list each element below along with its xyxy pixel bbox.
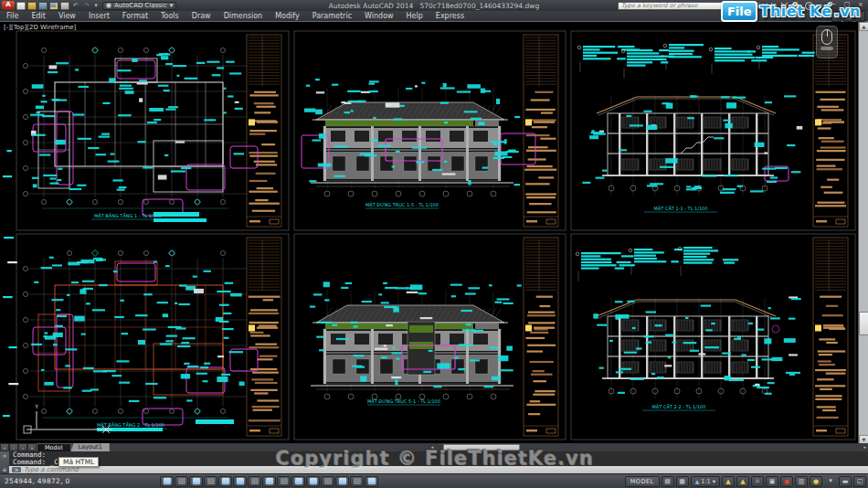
horizontal-scroll-thumb[interactable] bbox=[443, 444, 520, 451]
tb-bar bbox=[249, 94, 278, 96]
workspace-combo[interactable]: AutoCAD Classic ▾ bbox=[102, 2, 176, 10]
sheet-caption: MẶT CẮT 2-2 - TL 1/100 bbox=[652, 403, 706, 409]
save-as-icon[interactable] bbox=[49, 2, 58, 10]
annotation-autoscale-icon[interactable]: ▲ bbox=[736, 476, 749, 487]
undo-icon[interactable]: ↶ bbox=[71, 2, 80, 10]
menu-item-format[interactable]: Format bbox=[116, 11, 154, 21]
menu-item-help[interactable]: Help bbox=[400, 11, 429, 21]
isolate-objects-icon[interactable]: ● bbox=[810, 476, 822, 487]
workspace-dropdown-icon[interactable]: ▾ bbox=[170, 2, 174, 9]
toolbar-lock-icon[interactable]: ▣ bbox=[766, 476, 778, 487]
toggle-ducs[interactable] bbox=[277, 476, 291, 487]
toggle-infer-constraints[interactable] bbox=[160, 476, 174, 487]
dim-mark bbox=[165, 265, 170, 267]
first-tab-button[interactable]: « bbox=[0, 443, 9, 451]
toggle-quick-properties[interactable] bbox=[335, 476, 349, 487]
annotation-scale-control[interactable]: ▲ 1:1 ▾ bbox=[691, 476, 720, 487]
note-row bbox=[581, 255, 600, 257]
menu-item-view[interactable]: View bbox=[52, 11, 82, 21]
toggle-otrack[interactable] bbox=[262, 476, 276, 487]
quick-view-drawings-icon[interactable]: ▦ bbox=[676, 476, 689, 487]
menu-item-edit[interactable]: Edit bbox=[25, 11, 52, 21]
drawing-canvas[interactable]: [-][Top][2D Wireframe] MẶT BẰNG TẦNG 1 -… bbox=[0, 21, 868, 443]
window bbox=[404, 156, 417, 171]
menu-item-window[interactable]: Window bbox=[358, 11, 400, 21]
minimize-strip-icon[interactable]: ▬ bbox=[839, 476, 852, 487]
toggle-grid[interactable] bbox=[189, 476, 203, 487]
menu-item-parametric[interactable]: Parametric bbox=[306, 11, 358, 21]
annotation-scale-caret-icon: ▾ bbox=[713, 478, 715, 485]
tb-logo bbox=[249, 324, 255, 331]
tb-bar bbox=[817, 106, 839, 108]
images-icon[interactable]: ▥ bbox=[795, 476, 808, 487]
toggle-selection-cycling[interactable] bbox=[350, 476, 364, 487]
plot-icon[interactable] bbox=[60, 2, 69, 10]
command-customize-icon[interactable]: ≡ bbox=[2, 466, 6, 472]
menu-item-dimension[interactable]: Dimension bbox=[217, 11, 270, 21]
toggle-polar[interactable] bbox=[218, 476, 232, 487]
save-icon[interactable] bbox=[38, 2, 48, 10]
search-input[interactable] bbox=[618, 2, 725, 10]
dim-mark bbox=[664, 365, 672, 366]
tb-bar bbox=[826, 305, 838, 307]
dim-mark bbox=[92, 309, 105, 311]
menu-item-modify[interactable]: Modify bbox=[269, 11, 306, 21]
dim-mark bbox=[186, 399, 192, 401]
menu-item-express[interactable]: Express bbox=[429, 11, 471, 21]
menu-item-file[interactable]: File bbox=[0, 11, 25, 21]
performance-ball-icon[interactable]: ● bbox=[780, 476, 793, 487]
dim-mark bbox=[102, 102, 110, 104]
viewport-controls-label[interactable]: [-][Top][2D Wireframe] bbox=[4, 24, 76, 31]
quick-view-layouts-icon[interactable]: ▤ bbox=[662, 476, 674, 487]
toggle-lwt[interactable] bbox=[306, 476, 320, 487]
redo-icon[interactable]: ↷ bbox=[82, 2, 91, 10]
toggle-transparency[interactable] bbox=[321, 476, 334, 487]
command-input[interactable]: > Type a command bbox=[9, 466, 868, 473]
ric-slot-a: ▤▦ bbox=[662, 476, 689, 487]
workspace-gear-icon[interactable]: ☼ bbox=[751, 476, 764, 487]
toggle-ortho[interactable] bbox=[204, 476, 217, 487]
window bbox=[428, 156, 440, 171]
tb-bar bbox=[249, 203, 279, 205]
hscroll-right-arrow[interactable]: ▸ bbox=[863, 444, 866, 451]
toggle-annotation-monitor[interactable] bbox=[365, 476, 378, 487]
open-folder-icon[interactable] bbox=[27, 2, 37, 10]
navigation-bar[interactable] bbox=[816, 26, 838, 58]
vertical-scroll-thumb[interactable] bbox=[859, 312, 868, 335]
dim-mark bbox=[392, 165, 396, 167]
tray-caret-icon[interactable]: ▾ bbox=[824, 476, 837, 487]
menu-item-draw[interactable]: Draw bbox=[185, 11, 217, 21]
horizontal-scrollbar[interactable]: ◂ ▸ bbox=[110, 443, 868, 451]
toggle-osnap[interactable] bbox=[233, 476, 247, 487]
annotation-visibility-icon[interactable]: ▲ bbox=[722, 476, 735, 487]
menu-item-tools[interactable]: Tools bbox=[154, 11, 185, 21]
selection-cycling-icon bbox=[354, 478, 361, 484]
dim-mark bbox=[406, 88, 412, 90]
dim-mark bbox=[42, 95, 45, 97]
window bbox=[732, 117, 748, 128]
dim-mark bbox=[34, 281, 38, 283]
dim-mark bbox=[42, 115, 55, 117]
acad-logo-icon[interactable]: A bbox=[2, 1, 15, 10]
vertical-scrollbar[interactable]: ▲ ▼ bbox=[858, 22, 868, 444]
dim-mark bbox=[225, 282, 234, 284]
note-row bbox=[669, 53, 693, 55]
toggle-snap[interactable] bbox=[175, 476, 188, 487]
command-close-icon[interactable]: × bbox=[2, 452, 6, 459]
dim-mark bbox=[161, 56, 168, 59]
qat-dropdown-icon[interactable]: ▾ bbox=[93, 2, 99, 10]
hscroll-left-arrow[interactable]: ◂ bbox=[431, 444, 434, 451]
dim-mark bbox=[223, 88, 226, 90]
scroll-up-arrow[interactable]: ▲ bbox=[859, 22, 868, 31]
model-space-button[interactable]: MODEL bbox=[625, 476, 660, 487]
new-file-icon[interactable] bbox=[16, 2, 26, 10]
clean-screen-icon[interactable]: ◱ bbox=[853, 476, 866, 487]
toggle-dyn[interactable] bbox=[291, 476, 305, 487]
toggle-3d-osnap[interactable] bbox=[248, 476, 261, 487]
tab-layout1[interactable]: Layout1 bbox=[71, 443, 110, 451]
dim-mark bbox=[354, 325, 358, 327]
workspace-gear-icon bbox=[106, 3, 111, 8]
menu-item-insert[interactable]: Insert bbox=[82, 11, 116, 21]
tb-bar bbox=[534, 326, 555, 328]
tb-bar bbox=[821, 109, 844, 111]
